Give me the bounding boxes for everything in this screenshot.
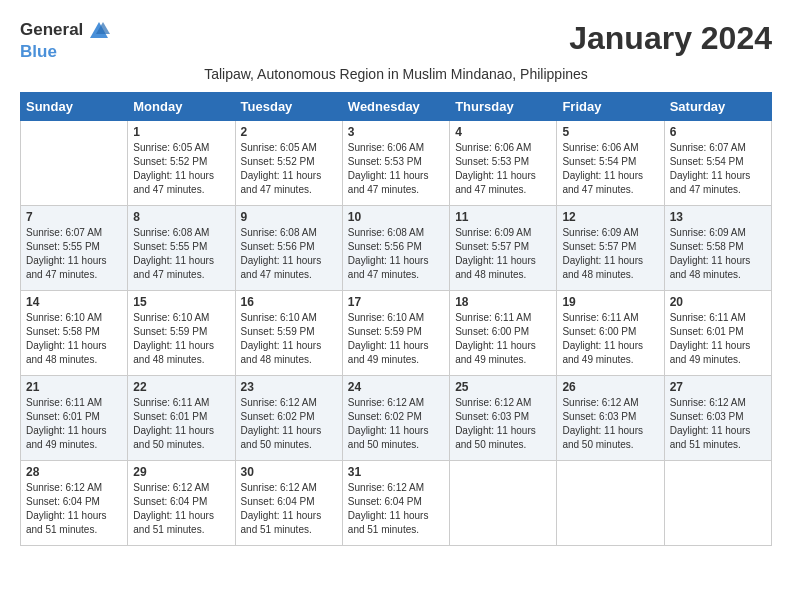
day-info: Sunrise: 6:10 AM Sunset: 5:58 PM Dayligh… xyxy=(26,311,122,367)
sunrise-text: Sunrise: 6:12 AM xyxy=(133,481,229,495)
day-number: 19 xyxy=(562,295,658,309)
sunrise-text: Sunrise: 6:12 AM xyxy=(348,481,444,495)
sunrise-text: Sunrise: 6:12 AM xyxy=(455,396,551,410)
col-monday: Monday xyxy=(128,93,235,121)
daylight-text: Daylight: 11 hours and 48 minutes. xyxy=(670,254,766,282)
calendar-cell: 4 Sunrise: 6:06 AM Sunset: 5:53 PM Dayli… xyxy=(450,121,557,206)
daylight-text: Daylight: 11 hours and 51 minutes. xyxy=(348,509,444,537)
day-info: Sunrise: 6:12 AM Sunset: 6:02 PM Dayligh… xyxy=(241,396,337,452)
day-number: 24 xyxy=(348,380,444,394)
sunset-text: Sunset: 5:57 PM xyxy=(455,240,551,254)
day-info: Sunrise: 6:05 AM Sunset: 5:52 PM Dayligh… xyxy=(133,141,229,197)
day-number: 10 xyxy=(348,210,444,224)
calendar-cell: 25 Sunrise: 6:12 AM Sunset: 6:03 PM Dayl… xyxy=(450,376,557,461)
calendar-cell: 17 Sunrise: 6:10 AM Sunset: 5:59 PM Dayl… xyxy=(342,291,449,376)
sunrise-text: Sunrise: 6:12 AM xyxy=(348,396,444,410)
daylight-text: Daylight: 11 hours and 48 minutes. xyxy=(241,339,337,367)
sunset-text: Sunset: 5:56 PM xyxy=(348,240,444,254)
calendar-week-1: 1 Sunrise: 6:05 AM Sunset: 5:52 PM Dayli… xyxy=(21,121,772,206)
sunrise-text: Sunrise: 6:12 AM xyxy=(241,481,337,495)
daylight-text: Daylight: 11 hours and 51 minutes. xyxy=(241,509,337,537)
sunset-text: Sunset: 6:03 PM xyxy=(562,410,658,424)
sunset-text: Sunset: 6:03 PM xyxy=(455,410,551,424)
day-info: Sunrise: 6:10 AM Sunset: 5:59 PM Dayligh… xyxy=(133,311,229,367)
sunrise-text: Sunrise: 6:12 AM xyxy=(670,396,766,410)
calendar-cell: 7 Sunrise: 6:07 AM Sunset: 5:55 PM Dayli… xyxy=(21,206,128,291)
day-number: 1 xyxy=(133,125,229,139)
sunset-text: Sunset: 6:04 PM xyxy=(133,495,229,509)
sunrise-text: Sunrise: 6:08 AM xyxy=(133,226,229,240)
sunrise-text: Sunrise: 6:09 AM xyxy=(562,226,658,240)
sunrise-text: Sunrise: 6:10 AM xyxy=(348,311,444,325)
calendar-cell: 31 Sunrise: 6:12 AM Sunset: 6:04 PM Dayl… xyxy=(342,461,449,546)
daylight-text: Daylight: 11 hours and 51 minutes. xyxy=(26,509,122,537)
day-info: Sunrise: 6:11 AM Sunset: 6:00 PM Dayligh… xyxy=(562,311,658,367)
sunrise-text: Sunrise: 6:05 AM xyxy=(241,141,337,155)
col-saturday: Saturday xyxy=(664,93,771,121)
daylight-text: Daylight: 11 hours and 47 minutes. xyxy=(133,169,229,197)
day-info: Sunrise: 6:11 AM Sunset: 6:01 PM Dayligh… xyxy=(26,396,122,452)
sunset-text: Sunset: 5:54 PM xyxy=(670,155,766,169)
sunset-text: Sunset: 5:53 PM xyxy=(348,155,444,169)
daylight-text: Daylight: 11 hours and 49 minutes. xyxy=(348,339,444,367)
calendar-cell: 21 Sunrise: 6:11 AM Sunset: 6:01 PM Dayl… xyxy=(21,376,128,461)
daylight-text: Daylight: 11 hours and 47 minutes. xyxy=(241,169,337,197)
day-info: Sunrise: 6:07 AM Sunset: 5:54 PM Dayligh… xyxy=(670,141,766,197)
sunrise-text: Sunrise: 6:09 AM xyxy=(455,226,551,240)
sunrise-text: Sunrise: 6:10 AM xyxy=(26,311,122,325)
day-number: 11 xyxy=(455,210,551,224)
calendar-cell: 24 Sunrise: 6:12 AM Sunset: 6:02 PM Dayl… xyxy=(342,376,449,461)
day-number: 23 xyxy=(241,380,337,394)
calendar-cell: 14 Sunrise: 6:10 AM Sunset: 5:58 PM Dayl… xyxy=(21,291,128,376)
day-number: 6 xyxy=(670,125,766,139)
col-wednesday: Wednesday xyxy=(342,93,449,121)
daylight-text: Daylight: 11 hours and 47 minutes. xyxy=(348,254,444,282)
day-info: Sunrise: 6:11 AM Sunset: 6:01 PM Dayligh… xyxy=(133,396,229,452)
day-info: Sunrise: 6:08 AM Sunset: 5:56 PM Dayligh… xyxy=(348,226,444,282)
day-info: Sunrise: 6:05 AM Sunset: 5:52 PM Dayligh… xyxy=(241,141,337,197)
sunset-text: Sunset: 6:02 PM xyxy=(348,410,444,424)
daylight-text: Daylight: 11 hours and 47 minutes. xyxy=(562,169,658,197)
calendar-cell: 29 Sunrise: 6:12 AM Sunset: 6:04 PM Dayl… xyxy=(128,461,235,546)
sunrise-text: Sunrise: 6:11 AM xyxy=(670,311,766,325)
day-number: 17 xyxy=(348,295,444,309)
sunset-text: Sunset: 5:52 PM xyxy=(241,155,337,169)
day-number: 25 xyxy=(455,380,551,394)
sunset-text: Sunset: 5:57 PM xyxy=(562,240,658,254)
daylight-text: Daylight: 11 hours and 48 minutes. xyxy=(26,339,122,367)
calendar-cell: 13 Sunrise: 6:09 AM Sunset: 5:58 PM Dayl… xyxy=(664,206,771,291)
day-info: Sunrise: 6:12 AM Sunset: 6:04 PM Dayligh… xyxy=(26,481,122,537)
calendar-week-4: 21 Sunrise: 6:11 AM Sunset: 6:01 PM Dayl… xyxy=(21,376,772,461)
daylight-text: Daylight: 11 hours and 50 minutes. xyxy=(348,424,444,452)
sunset-text: Sunset: 5:59 PM xyxy=(133,325,229,339)
sunset-text: Sunset: 5:58 PM xyxy=(670,240,766,254)
daylight-text: Daylight: 11 hours and 47 minutes. xyxy=(455,169,551,197)
daylight-text: Daylight: 11 hours and 49 minutes. xyxy=(670,339,766,367)
day-number: 26 xyxy=(562,380,658,394)
daylight-text: Daylight: 11 hours and 47 minutes. xyxy=(670,169,766,197)
col-sunday: Sunday xyxy=(21,93,128,121)
sunrise-text: Sunrise: 6:09 AM xyxy=(670,226,766,240)
day-info: Sunrise: 6:10 AM Sunset: 5:59 PM Dayligh… xyxy=(241,311,337,367)
sunrise-text: Sunrise: 6:06 AM xyxy=(348,141,444,155)
day-info: Sunrise: 6:11 AM Sunset: 6:00 PM Dayligh… xyxy=(455,311,551,367)
day-info: Sunrise: 6:12 AM Sunset: 6:03 PM Dayligh… xyxy=(670,396,766,452)
daylight-text: Daylight: 11 hours and 50 minutes. xyxy=(562,424,658,452)
calendar-cell: 8 Sunrise: 6:08 AM Sunset: 5:55 PM Dayli… xyxy=(128,206,235,291)
calendar-cell: 9 Sunrise: 6:08 AM Sunset: 5:56 PM Dayli… xyxy=(235,206,342,291)
day-number: 13 xyxy=(670,210,766,224)
sunset-text: Sunset: 5:54 PM xyxy=(562,155,658,169)
calendar-week-3: 14 Sunrise: 6:10 AM Sunset: 5:58 PM Dayl… xyxy=(21,291,772,376)
daylight-text: Daylight: 11 hours and 47 minutes. xyxy=(26,254,122,282)
day-info: Sunrise: 6:06 AM Sunset: 5:53 PM Dayligh… xyxy=(455,141,551,197)
calendar-cell: 11 Sunrise: 6:09 AM Sunset: 5:57 PM Dayl… xyxy=(450,206,557,291)
daylight-text: Daylight: 11 hours and 51 minutes. xyxy=(133,509,229,537)
daylight-text: Daylight: 11 hours and 48 minutes. xyxy=(455,254,551,282)
sunrise-text: Sunrise: 6:06 AM xyxy=(562,141,658,155)
calendar-cell: 16 Sunrise: 6:10 AM Sunset: 5:59 PM Dayl… xyxy=(235,291,342,376)
sunset-text: Sunset: 6:04 PM xyxy=(241,495,337,509)
sunrise-text: Sunrise: 6:08 AM xyxy=(348,226,444,240)
day-info: Sunrise: 6:12 AM Sunset: 6:03 PM Dayligh… xyxy=(562,396,658,452)
day-number: 4 xyxy=(455,125,551,139)
day-number: 28 xyxy=(26,465,122,479)
